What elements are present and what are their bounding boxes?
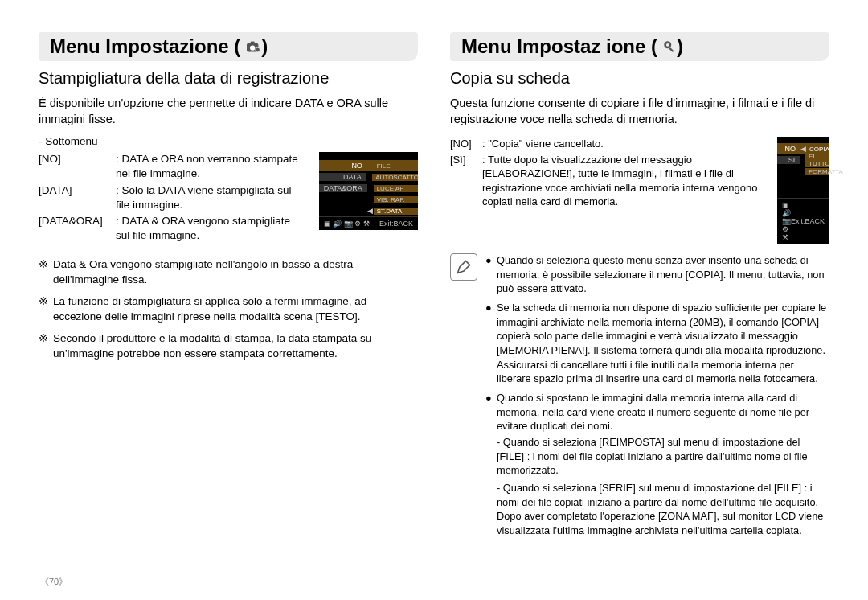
lcd-l-r5m: ◀ xyxy=(367,207,374,215)
left-section-title: Stampigliatura della data di registrazio… xyxy=(39,69,418,88)
lcd-r-exit: Exit:BACK xyxy=(791,217,825,225)
wrench-gear-icon xyxy=(662,39,677,54)
opt-no-key: [NO] xyxy=(39,152,116,181)
right-section-title: Copia su scheda xyxy=(450,69,829,88)
lcd-l-icons: ▣ 🔊 📷 ⚙ ⚒ xyxy=(324,220,370,228)
opt-data-val: : Solo la DATA viene stampigliata sul fi… xyxy=(116,183,306,212)
note-1: Quando si seleziona questo menu senza av… xyxy=(497,253,829,296)
left-column: Menu Impostazione ( ) Stampigliatura del… xyxy=(39,32,418,546)
lcd-r-r3r: FORMATTA xyxy=(805,168,829,175)
right-header: Menu Impostaz ione ( ) xyxy=(450,32,829,61)
lcd-r-r2l: SI xyxy=(777,156,800,164)
right-header-title: Menu Impostaz ione ( xyxy=(461,35,657,58)
opt-data-key: [DATA] xyxy=(39,183,116,212)
right-notes: ●Quando si seleziona questo menu senza a… xyxy=(485,253,829,545)
left-header-close: ) xyxy=(261,35,268,58)
lcd-l-r2r: AUTOSCATTO xyxy=(372,174,418,181)
bullet-1: Data & Ora vengono stampigliate nell'ang… xyxy=(53,257,418,288)
lcd-l-r3l: DATA&ORA xyxy=(319,184,367,192)
svg-point-5 xyxy=(666,43,669,47)
opt-si-key-r: [Sì] xyxy=(450,153,482,209)
opt-si-val-r: : Tutte dopo la visualizzazione del mess… xyxy=(482,153,764,209)
opt-both-key: [DATA&ORA] xyxy=(39,214,116,243)
lcd-l-r3r: LUCE AF xyxy=(374,185,418,192)
opt-no-val: : DATA e ORA non verranno stampate nel f… xyxy=(116,152,306,181)
opt-no-val-r: : "Copia" viene cancellato. xyxy=(482,137,764,151)
right-header-close: ) xyxy=(677,35,683,58)
svg-rect-6 xyxy=(669,47,674,52)
lcd-l-r5r: ST.DATA xyxy=(374,208,418,215)
lcd-l-r1r: FILE xyxy=(374,162,418,170)
lcd-r-r1l: NO xyxy=(777,145,800,153)
left-header-title: Menu Impostazione ( xyxy=(50,35,240,58)
right-option-list: [NO] : "Copia" viene cancellato. [Sì] : … xyxy=(450,137,764,211)
left-option-list: [NO] : DATA e ORA non verranno stampate … xyxy=(39,152,306,245)
svg-rect-1 xyxy=(251,42,255,44)
note-2: Se la scheda di memoria non dispone di s… xyxy=(497,301,829,386)
triangle-left-icon: ◀ xyxy=(800,145,806,153)
lcd-l-r4r: VIS. RAP. xyxy=(374,196,418,203)
left-bullets: ※Data & Ora vengono stampigliate nell'an… xyxy=(39,257,418,361)
opt-no-key-r: [NO] xyxy=(450,137,482,151)
lcd-r-r1r: COPIA xyxy=(806,146,829,153)
opt-both-val: : DATA & ORA vengono stampigliate sul fi… xyxy=(116,214,306,243)
lcd-r-r2r: EL. TUTTO xyxy=(805,153,829,167)
lcd-r-icons: ▣ 🔊 📷 ⚙ ⚒ xyxy=(782,201,791,241)
left-intro: È disponibile un'opzione che permette di… xyxy=(39,96,418,127)
camera-gear-icon xyxy=(245,40,261,53)
left-header: Menu Impostazione ( ) xyxy=(39,32,418,61)
lcd-l-r1l: NO xyxy=(319,162,367,170)
lcd-l-exit: Exit:BACK xyxy=(379,220,413,228)
svg-point-2 xyxy=(250,45,255,50)
lcd-l-r2l: DATA xyxy=(319,173,366,181)
note-3: Quando si spostano le immagini dalla mem… xyxy=(497,391,829,434)
right-intro: Questa funzione consente di copiare i fi… xyxy=(450,96,829,127)
svg-point-3 xyxy=(256,47,260,52)
note-pencil-icon xyxy=(450,253,477,281)
bullet-2: La funzione di stampigliatura si applica… xyxy=(53,294,418,325)
bullet-3: Secondo il produttore e la modalità di s… xyxy=(53,331,418,362)
right-column: Menu Impostaz ione ( ) Copia su scheda Q… xyxy=(450,32,829,546)
left-lcd-preview: NO FILE DATA AUTOSCATTO DATA&ORA LUCE AF xyxy=(319,152,418,230)
note-3-sub1: - Quando si seleziona [REIMPOSTA] sul me… xyxy=(497,435,829,478)
submenu-label: - Sottomenu xyxy=(39,135,418,147)
right-lcd-preview: NO ◀ COPIA SI EL. TUTTO FORMATTA ▣ 🔊 📷 ⚙… xyxy=(777,137,829,244)
note-3-sub2: - Quando si seleziona [SERIE] sul menu d… xyxy=(497,481,829,538)
page-number: 《70》 xyxy=(40,576,68,588)
